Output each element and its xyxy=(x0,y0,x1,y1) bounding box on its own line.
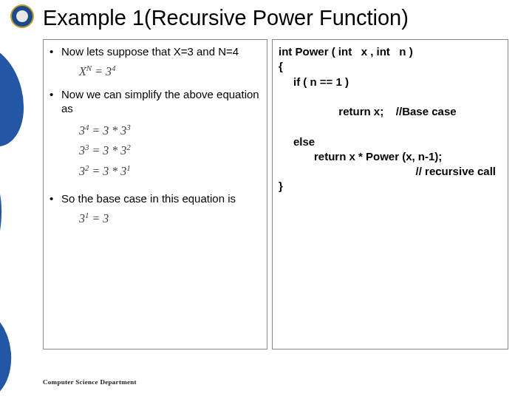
bullet-3: • So the base case in this equation is xyxy=(50,191,261,206)
code-else: else xyxy=(279,134,502,149)
code-brace-open: { xyxy=(279,59,502,74)
code-return-recursive: return x * Power (x, n-1); xyxy=(279,149,502,164)
formula-base: 31 = 3 xyxy=(79,211,261,225)
right-column-code: int Power ( int x , int n ) { if ( n == … xyxy=(272,39,508,349)
code-signature: int Power ( int x , int n ) xyxy=(279,44,502,59)
university-logo xyxy=(10,4,34,28)
code-comment-base: //Base case xyxy=(396,105,457,117)
bullet-marker: • xyxy=(50,44,61,59)
bullet-marker: • xyxy=(50,87,61,116)
code-comment-recursive: // recursive call xyxy=(279,164,502,179)
code-return-base: return x; //Base case xyxy=(279,89,502,134)
slide-title: Example 1(Recursive Power Function) xyxy=(43,6,510,30)
formula-xn: XN = 34 xyxy=(79,64,261,78)
bullet-text: So the base case in this equation is xyxy=(61,191,261,206)
code-brace-close: } xyxy=(279,179,502,194)
bullet-marker: • xyxy=(50,191,61,206)
formula-expansion: 34 = 3 * 33 33 = 3 * 32 32 = 3 * 31 xyxy=(79,120,261,182)
two-column-layout: • Now lets suppose that X=3 and N=4 XN =… xyxy=(43,39,510,349)
footer-text: Computer Science Department xyxy=(43,378,137,386)
code-if: if ( n == 1 ) xyxy=(279,75,502,89)
bullet-text: Now lets suppose that X=3 and N=4 xyxy=(61,44,261,59)
formula-line: 34 = 3 * 33 xyxy=(79,120,261,141)
formula-line: 32 = 3 * 31 xyxy=(79,161,261,182)
slide-content: Example 1(Recursive Power Function) • No… xyxy=(0,0,532,399)
bullet-text: Now we can simplify the above equation a… xyxy=(61,87,261,116)
left-column: • Now lets suppose that X=3 and N=4 XN =… xyxy=(43,39,267,349)
bullet-2: • Now we can simplify the above equation… xyxy=(50,87,261,116)
formula-line: 33 = 3 * 32 xyxy=(79,140,261,161)
bullet-1: • Now lets suppose that X=3 and N=4 xyxy=(50,44,261,59)
